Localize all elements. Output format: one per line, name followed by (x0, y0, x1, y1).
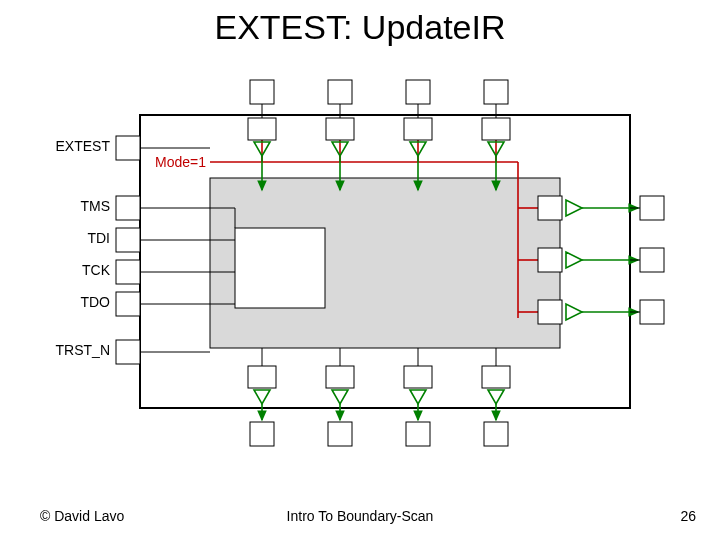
svg-rect-27 (328, 80, 352, 104)
svg-rect-5 (116, 340, 140, 364)
svg-rect-30 (248, 118, 276, 140)
diagram: EXTEST TMS TDI TCK TDO TRST_N Mode=1 TAP… (40, 70, 680, 490)
svg-rect-3 (116, 260, 140, 284)
svg-rect-0 (116, 136, 140, 160)
svg-rect-60 (406, 422, 430, 446)
svg-rect-55 (326, 366, 354, 388)
svg-rect-42 (640, 196, 664, 220)
schematic-svg (40, 70, 680, 490)
slide-title: EXTEST: UpdateIR (0, 8, 720, 47)
svg-rect-46 (538, 248, 562, 272)
svg-rect-29 (484, 80, 508, 104)
svg-rect-28 (406, 80, 430, 104)
svg-rect-44 (640, 300, 664, 324)
svg-rect-4 (116, 292, 140, 316)
right-cells (538, 196, 664, 324)
svg-rect-26 (250, 80, 274, 104)
svg-rect-33 (482, 118, 510, 140)
svg-rect-56 (404, 366, 432, 388)
svg-rect-47 (538, 300, 562, 324)
svg-rect-32 (404, 118, 432, 140)
svg-rect-57 (482, 366, 510, 388)
tap-box (235, 228, 325, 308)
svg-rect-45 (538, 196, 562, 220)
bottom-cells (248, 348, 510, 446)
svg-rect-59 (328, 422, 352, 446)
svg-rect-61 (484, 422, 508, 446)
svg-rect-58 (250, 422, 274, 446)
svg-rect-1 (116, 196, 140, 220)
svg-rect-43 (640, 248, 664, 272)
footer-text: Intro To Boundary-Scan (0, 508, 720, 524)
svg-rect-54 (248, 366, 276, 388)
top-cells (248, 80, 510, 190)
page-number: 26 (680, 508, 696, 524)
svg-rect-2 (116, 228, 140, 252)
svg-rect-31 (326, 118, 354, 140)
